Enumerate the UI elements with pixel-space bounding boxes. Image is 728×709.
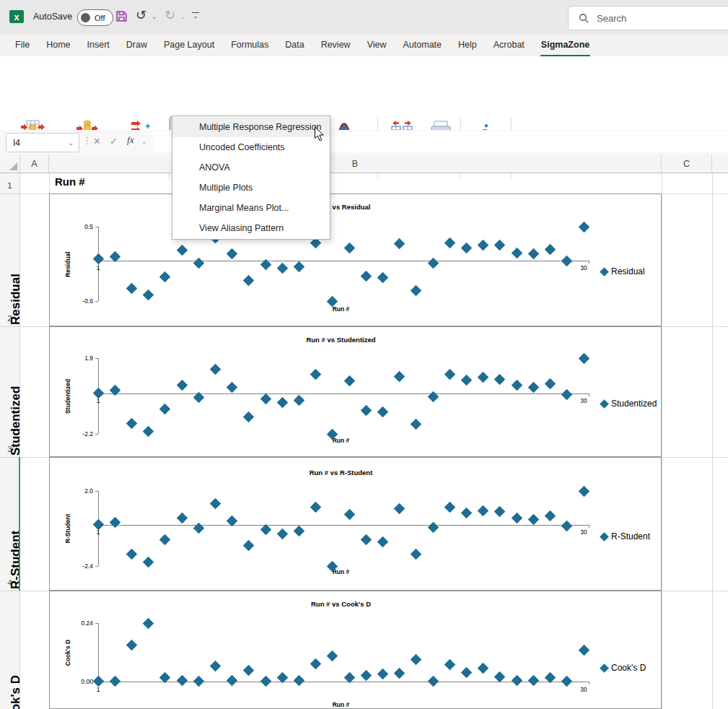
tab-sigmazone[interactable]: SigmaZone <box>540 35 590 56</box>
chart-title: Run # vs Cook's D <box>98 600 584 608</box>
tab-home[interactable]: Home <box>45 35 71 56</box>
data-point-marker <box>159 271 171 283</box>
data-point-marker <box>411 285 422 297</box>
y-axis-tick <box>95 227 98 227</box>
menu-item-view-aliasing-pattern[interactable]: View Aliasing Pattern <box>172 218 330 238</box>
menu-item-multiple-response-regression[interactable]: Multiple Response Regression <box>172 117 330 137</box>
toggle-knob <box>81 13 90 22</box>
legend-label: Studentized <box>611 399 657 409</box>
tab-file[interactable]: File <box>14 35 30 56</box>
data-point-marker <box>561 521 573 532</box>
legend-label: Residual <box>611 266 645 277</box>
menu-item-marginal-means-plot[interactable]: Marginal Means Plot... <box>172 198 330 218</box>
tab-insert[interactable]: Insert <box>87 35 110 56</box>
formula-bar-divider: ⋮ <box>82 135 92 146</box>
data-point-marker <box>343 509 355 521</box>
x-axis-line <box>98 525 589 526</box>
tab-formulas[interactable]: Formulas <box>230 35 269 56</box>
tab-data[interactable]: Data <box>284 35 304 56</box>
data-point-marker <box>294 526 305 537</box>
search-input[interactable]: Search <box>568 6 728 30</box>
menu-item-uncoded-coefficients[interactable]: Uncoded Coefficients <box>172 137 330 157</box>
data-point-marker <box>444 238 456 249</box>
data-point-marker <box>126 548 138 560</box>
chart-run-vs-cook-s-d[interactable]: Run # vs Cook's DCook's D0.240.00130Run … <box>49 591 662 709</box>
data-point-marker <box>394 503 405 515</box>
tab-view[interactable]: View <box>367 35 387 56</box>
y-tick-max: 0.24 <box>63 619 93 627</box>
data-point-marker <box>494 240 506 251</box>
data-point-marker <box>545 244 556 256</box>
y-axis-tick <box>95 358 98 359</box>
data-point-marker <box>176 380 188 391</box>
x-tick-last: 30 <box>574 397 594 404</box>
quick-access-more-icon[interactable]: ⌄ <box>192 12 199 19</box>
data-point-marker <box>461 374 473 386</box>
data-point-marker <box>411 549 422 560</box>
name-box[interactable]: I4 ⌄ <box>6 133 79 152</box>
chart-run-vs-studentized[interactable]: Run # vs StudentizedStudentized1.9-2.213… <box>49 326 662 457</box>
data-point-marker <box>411 419 422 430</box>
data-point-marker <box>528 381 540 393</box>
chart-x-axis-label: Run # <box>98 568 584 575</box>
tab-automate[interactable]: Automate <box>403 35 443 56</box>
chart-title: Run # vs R-Student <box>98 469 584 477</box>
data-point-marker <box>578 644 589 656</box>
column-header-c[interactable]: C <box>662 155 712 173</box>
tab-help[interactable]: Help <box>457 35 478 56</box>
y-tick-max: 0.5 <box>63 223 93 230</box>
data-point-marker <box>528 248 540 260</box>
data-point-marker <box>143 426 154 438</box>
legend-marker-icon <box>600 664 609 673</box>
legend-marker-icon <box>600 532 609 541</box>
chart-legend: Residual <box>601 266 645 277</box>
data-point-marker <box>276 529 288 540</box>
insert-function-button[interactable]: fx <box>127 134 134 146</box>
data-point-marker <box>478 663 489 674</box>
select-all-corner[interactable] <box>0 155 20 173</box>
tab-draw[interactable]: Draw <box>126 35 148 56</box>
redo-button[interactable]: ↻ <box>165 7 175 23</box>
data-point-marker <box>578 485 589 497</box>
data-point-marker <box>294 395 305 406</box>
data-point-marker <box>427 676 439 687</box>
mouse-cursor <box>314 126 325 145</box>
row-header-gridline <box>0 193 19 194</box>
data-point-marker <box>528 675 540 687</box>
redo-chevron-icon[interactable]: ⌄ <box>180 13 186 20</box>
name-box-chevron-icon[interactable]: ⌄ <box>68 139 74 147</box>
data-point-marker <box>243 540 255 552</box>
title-bar: x AutoSave Off ↺ ⌄ ↻ ⌄ ⌄ Search <box>0 0 728 35</box>
x-axis-line <box>98 393 589 394</box>
save-icon[interactable] <box>115 10 128 25</box>
data-point-marker <box>109 676 120 687</box>
tab-page-layout[interactable]: Page Layout <box>163 35 215 56</box>
ribbon-tab-bar: FileHomeInsertDrawPage LayoutFormulasDat… <box>0 35 728 56</box>
data-point-marker <box>377 271 389 283</box>
formula-bar: I4 ⌄ ⋮ ✕ ✓ fx ⌄ <box>0 130 728 155</box>
confirm-entry-icon[interactable]: ✓ <box>110 136 118 147</box>
undo-button[interactable]: ↺ <box>136 7 146 23</box>
chart-run-vs-residual[interactable]: Run # vs ResidualResidual0.5-0.6130Run #… <box>49 193 662 326</box>
tab-acrobat[interactable]: Acrobat <box>493 35 525 56</box>
menu-item-multiple-plots[interactable]: Multiple Plots <box>172 178 330 198</box>
data-point-marker <box>511 380 522 391</box>
data-point-marker <box>126 418 138 430</box>
y-tick-max: 1.9 <box>63 354 93 362</box>
row-header-1[interactable]: 1 <box>0 181 19 190</box>
data-point-marker <box>227 248 238 260</box>
cancel-entry-icon[interactable]: ✕ <box>93 136 101 147</box>
data-point-marker <box>294 261 305 272</box>
menu-item-anova[interactable]: ANOVA <box>172 157 330 178</box>
data-point-marker <box>193 258 204 269</box>
tab-review[interactable]: Review <box>320 35 351 56</box>
data-point-marker <box>143 290 154 301</box>
chart-y-axis-label: Residual <box>64 251 71 277</box>
undo-chevron-icon[interactable]: ⌄ <box>152 13 157 20</box>
data-point-marker <box>411 654 422 666</box>
autosave-toggle[interactable]: Off <box>77 9 113 26</box>
column-header-b[interactable]: B <box>49 155 662 173</box>
data-point-marker <box>545 510 556 522</box>
column-header-a[interactable]: A <box>20 155 49 173</box>
chart-run-vs-r-student[interactable]: Run # vs R-StudentR-Student2.0-2.4130Run… <box>49 457 662 591</box>
